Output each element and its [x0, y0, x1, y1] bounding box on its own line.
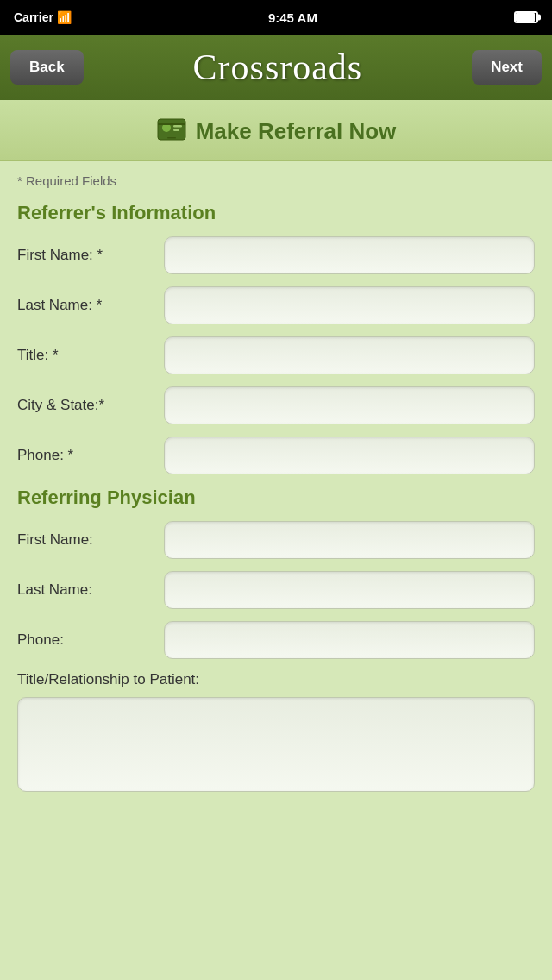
phone-label: Phone: * [17, 447, 164, 464]
battery-icon [514, 11, 538, 23]
referrer-section-title: Referrer's Information [17, 202, 535, 224]
carrier-label: Carrier 📶 [14, 10, 72, 24]
referrer-first-name-input[interactable] [164, 236, 535, 274]
title-row: Title: * [17, 336, 535, 374]
phone-required: * [68, 447, 74, 463]
next-button[interactable]: Next [472, 50, 542, 85]
referrer-city-state-input[interactable] [164, 386, 535, 424]
title-label: Title: * [17, 347, 164, 364]
svg-rect-5 [167, 137, 176, 139]
last-name-required: * [97, 297, 103, 313]
physician-last-name-label: Last Name: [17, 581, 164, 599]
physician-section: First Name: Last Name: Phone: [17, 521, 535, 659]
required-note: * Required Fields [17, 173, 535, 188]
referrer-last-name-input[interactable] [164, 286, 535, 324]
referrer-title-input[interactable] [164, 336, 535, 374]
referrer-phone-input[interactable] [164, 437, 535, 474]
svg-rect-4 [158, 122, 185, 125]
page-header: Make Referral Now [0, 100, 552, 161]
title-relationship-label: Title/Relationship to Patient: [17, 671, 535, 688]
physician-phone-input[interactable] [164, 621, 535, 659]
title-required: * [53, 347, 59, 363]
title-relationship-section: Title/Relationship to Patient: [17, 671, 535, 795]
svg-rect-0 [158, 119, 185, 140]
physician-first-name-input[interactable] [164, 521, 535, 559]
page-title: Make Referral Now [196, 118, 397, 145]
svg-rect-2 [173, 125, 182, 128]
city-state-label: City & State:* [17, 397, 164, 414]
physician-last-name-input[interactable] [164, 571, 535, 609]
time-label: 9:45 AM [268, 10, 317, 25]
physician-phone-label: Phone: [17, 631, 164, 649]
title-relationship-textarea[interactable] [17, 697, 535, 792]
physician-section-title: Referring Physician [17, 487, 535, 509]
last-name-label: Last Name: * [17, 297, 164, 314]
svg-rect-3 [173, 129, 179, 132]
first-name-label: First Name: * [17, 247, 164, 264]
city-state-required: * [98, 397, 104, 413]
phone-row: Phone: * [17, 437, 535, 474]
physician-first-name-label: First Name: [17, 531, 164, 549]
last-name-row: Last Name: * [17, 286, 535, 324]
back-button[interactable]: Back [10, 50, 84, 85]
physician-phone-row: Phone: [17, 621, 535, 659]
first-name-required: * [97, 247, 104, 263]
form-content: * Required Fields Referrer's Information… [0, 161, 552, 821]
status-bar: Carrier 📶 9:45 AM [0, 0, 552, 35]
physician-last-name-row: Last Name: [17, 571, 535, 609]
id-card-icon [156, 114, 187, 148]
physician-first-name-row: First Name: [17, 521, 535, 559]
first-name-row: First Name: * [17, 236, 535, 274]
app-title: Crossroads [193, 47, 363, 88]
battery-area [514, 11, 538, 23]
nav-bar: Back Crossroads Next [0, 35, 552, 100]
referrer-section: First Name: * Last Name: * Title: * City… [17, 236, 535, 474]
city-state-row: City & State:* [17, 386, 535, 424]
